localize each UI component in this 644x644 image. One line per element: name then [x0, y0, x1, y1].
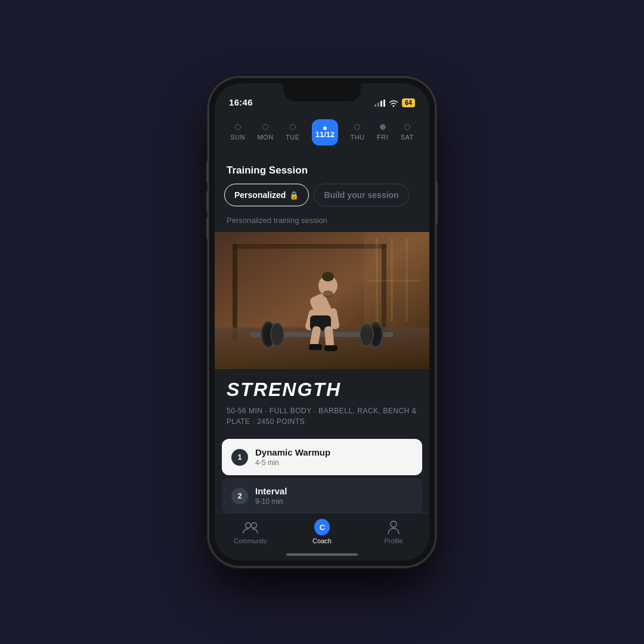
exercise-duration-2: 9-10 min — [255, 497, 413, 506]
toggle-row: Personalized 🔒 Build your session — [215, 184, 429, 213]
exercise-details-1: Dynamic Warmup 4-5 min — [255, 447, 413, 467]
section-title: Training Session — [215, 155, 429, 184]
battery-indicator: 64 — [402, 98, 415, 107]
day-active-box: 11/12 — [312, 119, 338, 145]
day-label-sat: SAT — [401, 134, 414, 141]
nav-profile-label: Profile — [384, 537, 402, 544]
nav-community-label: Community — [234, 537, 267, 544]
day-dot-tue — [290, 124, 296, 130]
day-sat[interactable]: SAT — [401, 124, 414, 141]
workout-title: STRENGTH — [227, 379, 417, 401]
day-label-tue: TUE — [286, 134, 300, 141]
day-tue[interactable]: TUE — [286, 124, 300, 141]
workout-info: STRENGTH 50-56 MIN · FULL BODY · BARBELL… — [215, 369, 429, 434]
day-label-mon: MON — [257, 134, 273, 141]
status-time: 16:46 — [229, 97, 253, 107]
svg-point-30 — [252, 523, 257, 528]
day-active[interactable]: 11/12 — [312, 119, 338, 145]
exercise-item-1[interactable]: 1 Dynamic Warmup 4-5 min — [222, 439, 422, 475]
lock-icon: 🔒 — [289, 191, 299, 200]
day-label-sun: SUN — [230, 134, 245, 141]
workout-meta: 50-56 MIN · FULL BODY · BARBELL, RACK, B… — [227, 405, 417, 427]
svg-point-11 — [271, 323, 284, 346]
svg-rect-21 — [309, 344, 322, 350]
nav-community[interactable]: Community — [230, 519, 271, 544]
day-fri[interactable]: FRI — [377, 124, 388, 141]
day-dot-mon — [262, 124, 268, 130]
profile-icon — [386, 519, 401, 535]
phone-screen: 16:46 64 SUN — [215, 83, 429, 561]
day-dot-sun — [235, 124, 241, 130]
community-icon — [243, 519, 258, 535]
coach-icon: C — [314, 519, 330, 535]
day-selector: SUN MON TUE 11/12 — [215, 112, 429, 155]
exercise-duration-1: 4-5 min — [255, 459, 413, 467]
day-mon[interactable]: MON — [257, 124, 273, 141]
days-row: SUN MON TUE 11/12 — [224, 119, 420, 145]
nav-coach[interactable]: C Coach — [301, 519, 343, 544]
day-active-num: 11/12 — [315, 131, 335, 138]
phone-frame: 16:46 64 SUN — [209, 78, 435, 566]
personalized-tab[interactable]: Personalized 🔒 — [224, 184, 309, 206]
coach-circle: C — [314, 519, 330, 535]
screen-content[interactable]: SUN MON TUE 11/12 — [215, 112, 429, 561]
build-session-label: Build your session — [324, 190, 398, 200]
personalized-label: Personalized — [234, 190, 286, 200]
exercise-name-2: Interval — [255, 486, 413, 496]
workout-image — [215, 232, 429, 369]
nav-profile[interactable]: Profile — [373, 519, 414, 544]
svg-point-23 — [323, 290, 333, 298]
build-session-tab[interactable]: Build your session — [314, 184, 408, 206]
day-sun[interactable]: SUN — [230, 124, 245, 141]
day-dot-sat — [404, 124, 410, 130]
svg-rect-4 — [233, 244, 386, 249]
wifi-icon — [389, 100, 398, 107]
exercise-item-2[interactable]: 2 Interval 9-10 min — [222, 478, 422, 514]
home-indicator — [286, 553, 358, 556]
exercise-details-2: Interval 9-10 min — [255, 486, 413, 506]
day-label-thu: THU — [350, 134, 364, 141]
svg-point-31 — [391, 521, 397, 527]
main-content: Training Session Personalized 🔒 Build yo… — [215, 155, 429, 561]
day-dot-fri — [380, 124, 386, 130]
exercise-name-1: Dynamic Warmup — [255, 447, 413, 457]
day-dot-thu — [354, 124, 360, 130]
day-label-fri: FRI — [377, 134, 388, 141]
day-thu[interactable]: THU — [350, 124, 364, 141]
svg-point-15 — [322, 272, 334, 281]
exercise-number-1: 1 — [231, 449, 248, 466]
session-subtitle: Personalized training session — [215, 213, 429, 232]
svg-rect-28 — [367, 280, 420, 281]
svg-rect-2 — [233, 244, 237, 339]
svg-point-0 — [393, 105, 395, 107]
status-icons: 64 — [374, 98, 415, 107]
exercise-number-2: 2 — [231, 488, 248, 504]
signal-icon — [374, 100, 385, 107]
exercise-list: 1 Dynamic Warmup 4-5 min 2 Interval 9-10… — [222, 439, 422, 514]
svg-point-29 — [246, 523, 251, 528]
notch — [283, 83, 361, 101]
svg-rect-22 — [324, 345, 338, 351]
nav-coach-label: Coach — [312, 537, 332, 544]
